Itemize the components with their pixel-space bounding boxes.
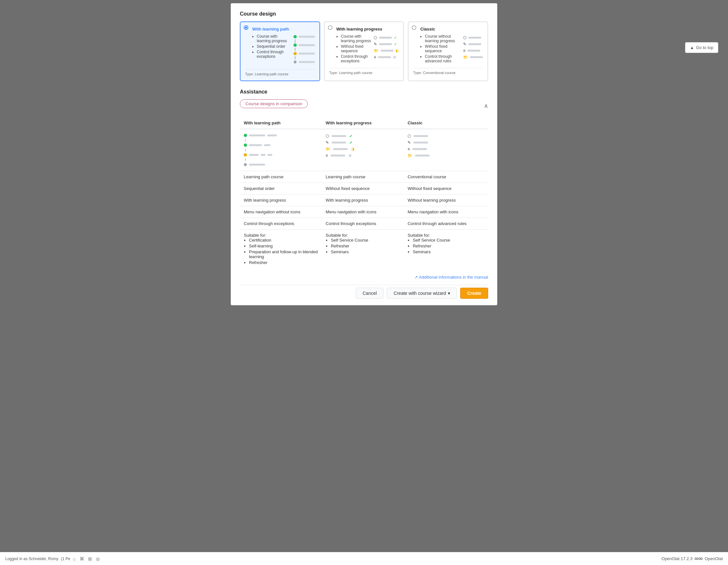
assistance-title: Assistance [240,89,488,95]
version-label: OpenOlat 17.2.3 [661,556,692,561]
card-type-classic: Type: Conventional course [413,68,483,75]
go-to-top-button[interactable]: ▲ Go to top [685,42,718,53]
table-row-sequence: Sequential order Without fixed sequence … [240,183,488,195]
col-header-learning-progress: With learning progress [322,117,404,129]
col-classic-icons: ⬡ ✎ ≡ 📁 [408,133,484,159]
table-row-progress: With learning progress With learning pro… [240,195,488,206]
course-design-modal: Course design With learning path Course … [231,3,497,305]
card-type-learning-path: Type: Learning path course [245,69,315,76]
course-design-title: Course design [240,11,488,17]
course-design-cards: With learning path Course with learning … [240,21,488,81]
chevron-up-icon: ▲ [690,45,694,50]
card-title-learning-path: With learning path [245,27,315,32]
user-info: Logged in as Schneider, Romy [5,557,58,561]
cancel-button[interactable]: Cancel [356,288,384,299]
design-card-learning-path[interactable]: With learning path Course with learning … [240,21,320,81]
footer-actions: Cancel Create with course wizard ▾ Creat… [240,285,488,299]
share-icon[interactable]: ⌘ [80,556,84,561]
create-button[interactable]: Create [460,288,488,299]
card-title-learning-progress: With learning progress [329,27,399,32]
comparison-link[interactable]: Course designs in comparison [240,99,308,108]
card-preview-learning-progress: ⬡ ✓ ✎ ✓ 📁 ◐ [374,34,399,67]
external-link-icon: ↗ [414,275,418,280]
suitable-list-lpp: Self Service Course Refresher Seminars [326,238,400,254]
additional-info-link[interactable]: ↗ Additional informations in the manual [414,275,488,280]
card-features-learning-progress: Course with learning progress Without fi… [329,34,371,63]
grid-icon[interactable]: ⊞ [88,556,92,561]
table-row-navigation: Menu navigation without icons Menu navig… [240,206,488,218]
table-row-course-type: Learning path course Learning path cours… [240,171,488,183]
card-title-classic: Classic [413,27,483,32]
design-card-learning-progress[interactable]: With learning progress Course with learn… [324,21,404,81]
wizard-label: Create with course wizard [394,290,446,296]
dropdown-arrow-icon: ▾ [448,290,450,296]
card-features-classic: Course without learning progress Without… [413,34,461,63]
infinity-icon: ∞∞ [695,555,703,562]
bottom-bar: Logged in as Schneider, Romy (1 Pe ⌂ ⌘ ⊞… [0,552,728,565]
suitable-list-classic: Self Service Course Refresher Seminars [408,238,484,254]
col-lpp-icons: ⬡ ✔ ✎ ✔ 📁 [326,133,400,159]
bottom-icon-group: ⌂ ⌘ ⊞ ◎ [73,556,99,561]
table-header-row: With learning path With learning progres… [240,117,488,129]
card-features-learning-path: Course with learning progress Sequential… [245,34,288,59]
suitable-list-lp: Certification Self-learning Preparation … [244,238,318,265]
radio-learning-progress [328,25,332,30]
collapse-icon[interactable]: ∧ [484,102,488,109]
design-card-classic[interactable]: Classic Course without learning progress… [408,21,488,81]
modal-overlay: ▲ Go to top Course design With learning … [0,0,728,565]
comparison-table: With learning path With learning progres… [240,117,488,269]
paren-info: (1 Pe [61,557,70,561]
table-row-control: Control through exceptions Control throu… [240,218,488,230]
settings-icon[interactable]: ◎ [96,556,100,561]
col-header-classic: Classic [404,117,488,129]
col-lp-icons [244,133,318,168]
table-row-icons: ⬡ ✔ ✎ ✔ 📁 [240,129,488,171]
table-row-suitable: Suitable for: Certification Self-learnin… [240,230,488,270]
card-preview-classic: ⬡ ✎ ≡ 📁 [463,34,483,67]
card-preview-learning-path [290,34,315,65]
openolat-logo: OpenOlat 17.2.3 ∞∞ OpenOlat [661,555,723,562]
card-type-learning-progress: Type: Learning path course [329,68,399,75]
radio-learning-path [244,25,248,30]
wizard-button[interactable]: Create with course wizard ▾ [387,288,457,299]
home-icon[interactable]: ⌂ [73,556,75,561]
brand-label: OpenOlat [705,556,723,561]
go-to-top-label: Go to top [696,45,713,50]
col-header-learning-path: With learning path [240,117,322,129]
additional-info-section: ↗ Additional informations in the manual [240,275,488,280]
